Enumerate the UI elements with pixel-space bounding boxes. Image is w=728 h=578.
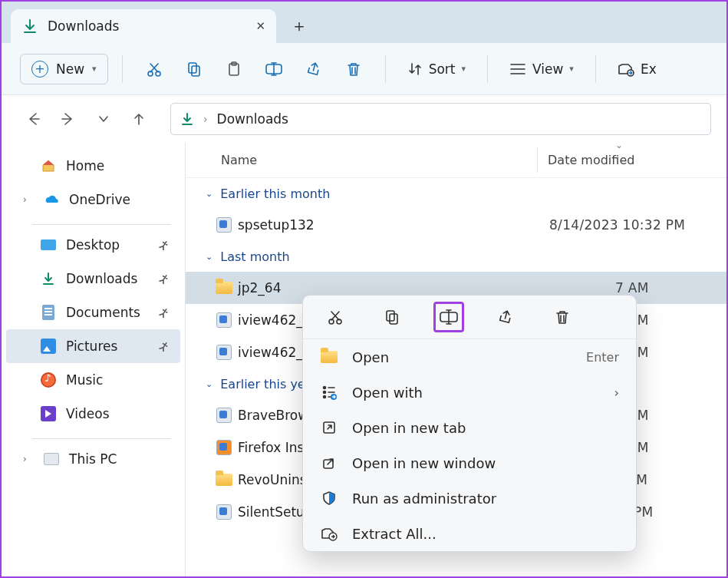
menu-open[interactable]: Open Enter	[303, 339, 636, 375]
up-button[interactable]	[123, 103, 155, 135]
new-tab-button[interactable]: ＋	[276, 9, 322, 43]
sidebar-item-music[interactable]: Music	[6, 363, 180, 397]
menu-open-new-window[interactable]: Open in new window	[303, 445, 636, 481]
sidebar-item-home[interactable]: Home	[6, 149, 180, 183]
onedrive-icon	[43, 191, 60, 208]
new-plus-icon: +	[31, 61, 48, 78]
svg-rect-3	[192, 66, 199, 76]
navigation-bar: › Downloads	[2, 95, 726, 143]
svg-point-13	[324, 387, 326, 389]
expand-icon[interactable]: ›	[23, 194, 34, 205]
chevron-down-icon: ⌄	[206, 189, 212, 199]
column-separator	[537, 147, 538, 173]
sidebar-label: Pictures	[66, 339, 117, 354]
column-date[interactable]: Date modified	[548, 153, 634, 167]
toolbar: + New ▾ Sort ▾ View ▾ Ex	[2, 43, 726, 95]
svg-rect-10	[387, 311, 394, 321]
new-button[interactable]: + New ▾	[20, 54, 108, 84]
delete-button[interactable]	[547, 302, 578, 332]
home-icon	[40, 157, 57, 174]
share-button[interactable]	[490, 302, 521, 332]
paste-button[interactable]	[216, 54, 252, 84]
videos-icon	[40, 405, 57, 422]
sidebar-label: Videos	[66, 406, 110, 421]
close-tab-icon[interactable]: ✕	[255, 19, 265, 33]
sidebar-item-thispc[interactable]: › This PC	[6, 442, 180, 476]
breadcrumb-segment[interactable]: Downloads	[217, 111, 288, 127]
chevron-right-icon: ›	[614, 385, 619, 400]
music-icon	[40, 372, 57, 388]
folder-icon	[215, 471, 233, 489]
cut-button[interactable]	[137, 54, 172, 84]
desktop-icon	[40, 236, 57, 253]
group-header[interactable]: ⌄ Last month	[186, 241, 726, 272]
new-tab-icon	[320, 418, 338, 437]
rename-button[interactable]	[256, 54, 292, 84]
sort-indicator-icon: ⌄	[615, 140, 623, 150]
menu-label: Open in new window	[352, 455, 496, 471]
chevron-down-icon: ▾	[92, 64, 97, 74]
context-menu: Open Enter Open with › Open in new tab O…	[302, 295, 637, 552]
sidebar-item-documents[interactable]: Documents	[6, 296, 180, 329]
chevron-right-icon: ›	[203, 113, 208, 125]
sidebar-label: OneDrive	[69, 192, 130, 207]
address-bar[interactable]: › Downloads	[170, 103, 711, 135]
column-name[interactable]: Name	[221, 153, 257, 167]
copy-button[interactable]	[377, 302, 407, 332]
pin-icon	[159, 239, 170, 250]
svg-point-15	[324, 396, 326, 398]
pc-icon	[43, 451, 60, 467]
view-label: View	[532, 61, 563, 77]
installer-icon	[215, 438, 233, 457]
menu-run-admin[interactable]: Run as administrator	[303, 481, 636, 516]
toolbar-separator	[487, 55, 488, 83]
export-button[interactable]: Ex	[610, 61, 664, 77]
rename-button[interactable]	[433, 302, 464, 332]
pin-icon	[159, 341, 170, 352]
sidebar-item-downloads[interactable]: Downloads	[6, 262, 180, 296]
sidebar-item-pictures[interactable]: Pictures	[6, 329, 180, 363]
share-button[interactable]	[296, 54, 331, 84]
menu-open-new-tab[interactable]: Open in new tab	[303, 410, 636, 445]
forward-button[interactable]	[52, 103, 84, 135]
svg-point-14	[324, 391, 326, 394]
downloads-icon	[40, 270, 57, 287]
chevron-down-icon: ▾	[569, 64, 574, 74]
delete-button[interactable]	[336, 54, 371, 84]
group-header[interactable]: ⌄ Earlier this month	[186, 178, 726, 209]
menu-label: Open	[352, 349, 389, 365]
file-date: 7 AM	[615, 280, 649, 296]
sort-label: Sort	[429, 61, 456, 77]
plus-icon: ＋	[291, 15, 308, 38]
view-button[interactable]: View ▾	[502, 61, 581, 77]
back-button[interactable]	[17, 103, 49, 135]
toolbar-separator	[385, 55, 386, 83]
new-window-icon	[320, 454, 338, 472]
pin-icon	[159, 273, 170, 284]
svg-rect-11	[390, 314, 397, 324]
tab-downloads[interactable]: Downloads ✕	[11, 9, 276, 43]
shield-icon	[320, 489, 338, 507]
extract-icon	[320, 524, 338, 543]
chevron-down-icon: ⌄	[206, 379, 212, 389]
sidebar-divider	[32, 224, 171, 225]
group-label: Last month	[220, 249, 289, 264]
cut-button[interactable]	[320, 302, 351, 332]
menu-label: Extract All...	[352, 526, 436, 542]
expand-icon[interactable]: ›	[23, 454, 34, 464]
tab-title: Downloads	[48, 18, 246, 34]
documents-icon	[40, 304, 57, 321]
pictures-icon	[40, 338, 57, 355]
sort-button[interactable]: Sort ▾	[400, 61, 473, 77]
sidebar-item-videos[interactable]: Videos	[6, 397, 180, 431]
file-row[interactable]: spsetup132 8/14/2023 10:32 PM	[186, 209, 726, 241]
sidebar-item-desktop[interactable]: Desktop	[6, 228, 180, 262]
recent-button[interactable]	[87, 103, 120, 135]
svg-rect-2	[189, 63, 196, 73]
copy-button[interactable]	[176, 54, 212, 84]
sidebar-label: Downloads	[66, 271, 137, 286]
sidebar-label: Music	[66, 372, 103, 388]
menu-open-with[interactable]: Open with ›	[303, 375, 636, 410]
sidebar-item-onedrive[interactable]: › OneDrive	[6, 183, 180, 216]
menu-extract-all[interactable]: Extract All...	[303, 516, 636, 551]
